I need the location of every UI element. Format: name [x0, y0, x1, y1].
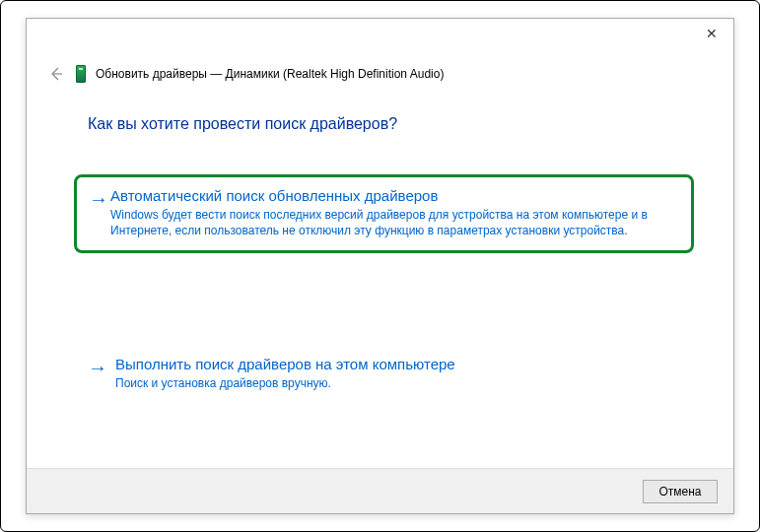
option-auto-body: Автоматический поиск обновленных драйвер…: [110, 187, 679, 238]
dialog-title: Обновить драйверы — Динамики (Realtek Hi…: [96, 67, 444, 81]
back-button[interactable]: [46, 64, 66, 84]
dialog-header: Обновить драйверы — Динамики (Realtek Hi…: [46, 64, 444, 84]
option-browse-body: Выполнить поиск драйверов на этом компью…: [115, 356, 694, 391]
arrow-right-icon: →: [88, 356, 115, 391]
update-drivers-dialog: ✕ Обновить драйверы — Динамики (Realtek …: [26, 18, 734, 514]
device-icon: [76, 65, 86, 83]
close-button[interactable]: ✕: [689, 19, 733, 48]
option-auto-desc: Windows будет вести поиск последних верс…: [110, 207, 679, 238]
option-auto-title: Автоматический поиск обновленных драйвер…: [110, 187, 679, 204]
option-auto-search[interactable]: → Автоматический поиск обновленных драйв…: [74, 174, 694, 253]
option-browse-computer[interactable]: → Выполнить поиск драйверов на этом комп…: [88, 356, 694, 391]
arrow-right-icon: →: [83, 187, 110, 238]
close-icon: ✕: [706, 26, 718, 41]
option-browse-desc: Поиск и установка драйверов вручную.: [115, 375, 694, 391]
instruction-heading: Как вы хотите провести поиск драйверов?: [88, 115, 397, 133]
cancel-button[interactable]: Отмена: [643, 480, 718, 503]
dialog-footer: Отмена: [27, 468, 733, 513]
option-browse-title: Выполнить поиск драйверов на этом компью…: [115, 356, 694, 372]
back-arrow-icon: [48, 66, 64, 82]
